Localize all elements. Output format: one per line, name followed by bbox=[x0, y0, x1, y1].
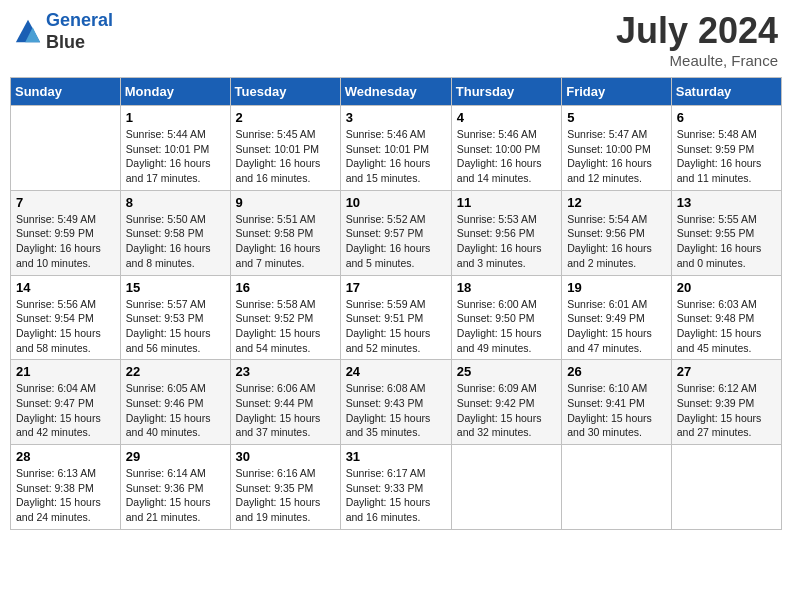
location: Meaulte, France bbox=[616, 52, 778, 69]
day-cell: 30Sunrise: 6:16 AMSunset: 9:35 PMDayligh… bbox=[230, 445, 340, 530]
day-number: 30 bbox=[236, 449, 335, 464]
day-cell: 20Sunrise: 6:03 AMSunset: 9:48 PMDayligh… bbox=[671, 275, 781, 360]
day-cell: 29Sunrise: 6:14 AMSunset: 9:36 PMDayligh… bbox=[120, 445, 230, 530]
day-number: 31 bbox=[346, 449, 446, 464]
day-cell: 16Sunrise: 5:58 AMSunset: 9:52 PMDayligh… bbox=[230, 275, 340, 360]
day-number: 4 bbox=[457, 110, 556, 125]
day-info: Sunrise: 5:45 AMSunset: 10:01 PMDaylight… bbox=[236, 127, 335, 186]
day-cell: 17Sunrise: 5:59 AMSunset: 9:51 PMDayligh… bbox=[340, 275, 451, 360]
day-number: 29 bbox=[126, 449, 225, 464]
day-info: Sunrise: 6:08 AMSunset: 9:43 PMDaylight:… bbox=[346, 381, 446, 440]
day-number: 15 bbox=[126, 280, 225, 295]
day-cell: 21Sunrise: 6:04 AMSunset: 9:47 PMDayligh… bbox=[11, 360, 121, 445]
day-number: 24 bbox=[346, 364, 446, 379]
day-cell bbox=[562, 445, 672, 530]
day-number: 6 bbox=[677, 110, 776, 125]
day-cell: 31Sunrise: 6:17 AMSunset: 9:33 PMDayligh… bbox=[340, 445, 451, 530]
day-cell: 2Sunrise: 5:45 AMSunset: 10:01 PMDayligh… bbox=[230, 106, 340, 191]
day-number: 28 bbox=[16, 449, 115, 464]
day-number: 16 bbox=[236, 280, 335, 295]
day-cell: 10Sunrise: 5:52 AMSunset: 9:57 PMDayligh… bbox=[340, 190, 451, 275]
day-info: Sunrise: 6:01 AMSunset: 9:49 PMDaylight:… bbox=[567, 297, 666, 356]
day-info: Sunrise: 5:46 AMSunset: 10:00 PMDaylight… bbox=[457, 127, 556, 186]
logo-line1: General bbox=[46, 10, 113, 30]
day-number: 19 bbox=[567, 280, 666, 295]
day-cell: 3Sunrise: 5:46 AMSunset: 10:01 PMDayligh… bbox=[340, 106, 451, 191]
logo-icon bbox=[14, 18, 42, 46]
day-cell: 1Sunrise: 5:44 AMSunset: 10:01 PMDayligh… bbox=[120, 106, 230, 191]
day-number: 7 bbox=[16, 195, 115, 210]
day-number: 14 bbox=[16, 280, 115, 295]
day-number: 26 bbox=[567, 364, 666, 379]
day-info: Sunrise: 5:48 AMSunset: 9:59 PMDaylight:… bbox=[677, 127, 776, 186]
day-info: Sunrise: 5:53 AMSunset: 9:56 PMDaylight:… bbox=[457, 212, 556, 271]
day-cell: 24Sunrise: 6:08 AMSunset: 9:43 PMDayligh… bbox=[340, 360, 451, 445]
column-header-saturday: Saturday bbox=[671, 78, 781, 106]
day-info: Sunrise: 5:56 AMSunset: 9:54 PMDaylight:… bbox=[16, 297, 115, 356]
day-info: Sunrise: 5:44 AMSunset: 10:01 PMDaylight… bbox=[126, 127, 225, 186]
page-header: General Blue July 2024 Meaulte, France bbox=[10, 10, 782, 69]
column-header-wednesday: Wednesday bbox=[340, 78, 451, 106]
day-cell: 5Sunrise: 5:47 AMSunset: 10:00 PMDayligh… bbox=[562, 106, 672, 191]
day-info: Sunrise: 6:10 AMSunset: 9:41 PMDaylight:… bbox=[567, 381, 666, 440]
day-info: Sunrise: 6:00 AMSunset: 9:50 PMDaylight:… bbox=[457, 297, 556, 356]
day-info: Sunrise: 6:13 AMSunset: 9:38 PMDaylight:… bbox=[16, 466, 115, 525]
day-cell: 12Sunrise: 5:54 AMSunset: 9:56 PMDayligh… bbox=[562, 190, 672, 275]
day-info: Sunrise: 6:05 AMSunset: 9:46 PMDaylight:… bbox=[126, 381, 225, 440]
day-number: 20 bbox=[677, 280, 776, 295]
week-row-4: 21Sunrise: 6:04 AMSunset: 9:47 PMDayligh… bbox=[11, 360, 782, 445]
day-number: 13 bbox=[677, 195, 776, 210]
day-number: 5 bbox=[567, 110, 666, 125]
column-header-thursday: Thursday bbox=[451, 78, 561, 106]
day-info: Sunrise: 6:09 AMSunset: 9:42 PMDaylight:… bbox=[457, 381, 556, 440]
day-info: Sunrise: 5:49 AMSunset: 9:59 PMDaylight:… bbox=[16, 212, 115, 271]
logo: General Blue bbox=[14, 10, 113, 53]
day-info: Sunrise: 5:59 AMSunset: 9:51 PMDaylight:… bbox=[346, 297, 446, 356]
week-row-2: 7Sunrise: 5:49 AMSunset: 9:59 PMDaylight… bbox=[11, 190, 782, 275]
day-number: 25 bbox=[457, 364, 556, 379]
day-info: Sunrise: 6:12 AMSunset: 9:39 PMDaylight:… bbox=[677, 381, 776, 440]
day-cell: 9Sunrise: 5:51 AMSunset: 9:58 PMDaylight… bbox=[230, 190, 340, 275]
column-header-tuesday: Tuesday bbox=[230, 78, 340, 106]
day-number: 17 bbox=[346, 280, 446, 295]
day-number: 8 bbox=[126, 195, 225, 210]
day-info: Sunrise: 5:55 AMSunset: 9:55 PMDaylight:… bbox=[677, 212, 776, 271]
week-row-5: 28Sunrise: 6:13 AMSunset: 9:38 PMDayligh… bbox=[11, 445, 782, 530]
day-number: 1 bbox=[126, 110, 225, 125]
day-cell bbox=[451, 445, 561, 530]
calendar-table: SundayMondayTuesdayWednesdayThursdayFrid… bbox=[10, 77, 782, 530]
title-block: July 2024 Meaulte, France bbox=[616, 10, 778, 69]
day-cell: 11Sunrise: 5:53 AMSunset: 9:56 PMDayligh… bbox=[451, 190, 561, 275]
day-cell: 18Sunrise: 6:00 AMSunset: 9:50 PMDayligh… bbox=[451, 275, 561, 360]
week-row-1: 1Sunrise: 5:44 AMSunset: 10:01 PMDayligh… bbox=[11, 106, 782, 191]
week-row-3: 14Sunrise: 5:56 AMSunset: 9:54 PMDayligh… bbox=[11, 275, 782, 360]
day-cell: 7Sunrise: 5:49 AMSunset: 9:59 PMDaylight… bbox=[11, 190, 121, 275]
day-cell: 13Sunrise: 5:55 AMSunset: 9:55 PMDayligh… bbox=[671, 190, 781, 275]
logo-text: General Blue bbox=[46, 10, 113, 53]
day-info: Sunrise: 6:17 AMSunset: 9:33 PMDaylight:… bbox=[346, 466, 446, 525]
day-info: Sunrise: 6:04 AMSunset: 9:47 PMDaylight:… bbox=[16, 381, 115, 440]
day-cell: 14Sunrise: 5:56 AMSunset: 9:54 PMDayligh… bbox=[11, 275, 121, 360]
day-cell: 4Sunrise: 5:46 AMSunset: 10:00 PMDayligh… bbox=[451, 106, 561, 191]
day-cell bbox=[671, 445, 781, 530]
logo-line2: Blue bbox=[46, 32, 113, 54]
day-info: Sunrise: 5:58 AMSunset: 9:52 PMDaylight:… bbox=[236, 297, 335, 356]
day-cell: 25Sunrise: 6:09 AMSunset: 9:42 PMDayligh… bbox=[451, 360, 561, 445]
day-cell: 22Sunrise: 6:05 AMSunset: 9:46 PMDayligh… bbox=[120, 360, 230, 445]
day-cell: 19Sunrise: 6:01 AMSunset: 9:49 PMDayligh… bbox=[562, 275, 672, 360]
day-info: Sunrise: 5:51 AMSunset: 9:58 PMDaylight:… bbox=[236, 212, 335, 271]
day-cell: 6Sunrise: 5:48 AMSunset: 9:59 PMDaylight… bbox=[671, 106, 781, 191]
column-header-monday: Monday bbox=[120, 78, 230, 106]
day-number: 3 bbox=[346, 110, 446, 125]
day-number: 23 bbox=[236, 364, 335, 379]
day-info: Sunrise: 5:47 AMSunset: 10:00 PMDaylight… bbox=[567, 127, 666, 186]
day-info: Sunrise: 5:54 AMSunset: 9:56 PMDaylight:… bbox=[567, 212, 666, 271]
day-cell: 28Sunrise: 6:13 AMSunset: 9:38 PMDayligh… bbox=[11, 445, 121, 530]
day-cell: 15Sunrise: 5:57 AMSunset: 9:53 PMDayligh… bbox=[120, 275, 230, 360]
day-cell: 26Sunrise: 6:10 AMSunset: 9:41 PMDayligh… bbox=[562, 360, 672, 445]
column-header-sunday: Sunday bbox=[11, 78, 121, 106]
day-number: 10 bbox=[346, 195, 446, 210]
day-number: 27 bbox=[677, 364, 776, 379]
day-number: 12 bbox=[567, 195, 666, 210]
day-number: 2 bbox=[236, 110, 335, 125]
